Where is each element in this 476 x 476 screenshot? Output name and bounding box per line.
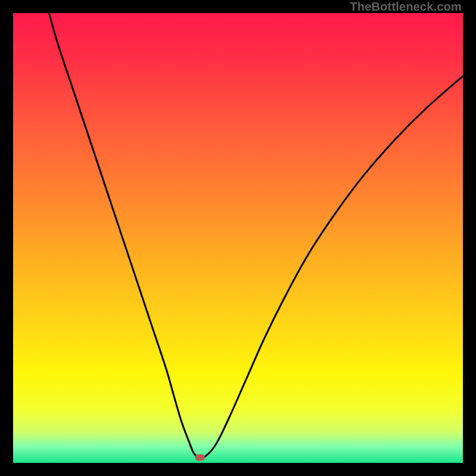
chart-stage: TheBottleneck.com — [0, 0, 476, 476]
plot-area — [13, 13, 463, 463]
optimal-point-marker — [195, 454, 205, 461]
bottleneck-curve — [13, 13, 463, 463]
watermark-label: TheBottleneck.com — [350, 0, 462, 14]
